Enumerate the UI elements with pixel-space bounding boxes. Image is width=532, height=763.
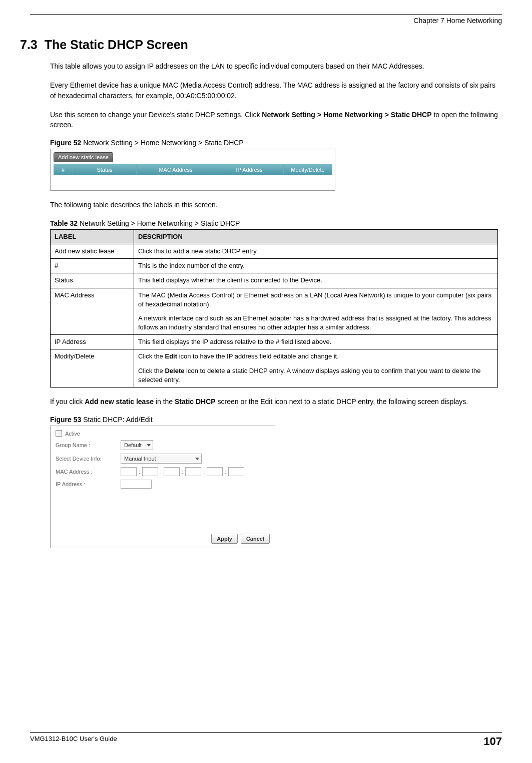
paragraph-1: This table allows you to assign IP addre… (50, 61, 502, 71)
row-label: IP Address (51, 335, 134, 349)
mac-address-row: MAC Address : : : : : : (56, 467, 270, 476)
paragraph-5: If you click Add new static lease in the… (50, 397, 502, 407)
row-desc-p2: Click the Delete icon to delete a static… (138, 366, 493, 385)
paragraph-4: The following table describes the labels… (50, 200, 502, 210)
section-title: 7.3 The Static DHCP Screen (20, 38, 502, 52)
mac-address-inputs: : : : : : (121, 467, 244, 476)
row-label: Status (51, 273, 134, 288)
row-desc-p2: A network interface card such as an Ethe… (138, 314, 493, 332)
group-name-row: Group Name : Default (56, 440, 270, 450)
p3-a: Use this screen to change your Device's … (50, 111, 262, 119)
row-desc: This is the index number of the entry. (134, 259, 498, 273)
col-num: # (54, 164, 73, 175)
table-32-label-bold: Table 32 (50, 219, 78, 227)
ip-address-label: IP Address : (56, 481, 121, 487)
mac-octet-1[interactable] (121, 467, 137, 476)
col-mac: MAC Address (137, 164, 215, 175)
mac-address-label: MAC Address : (56, 469, 121, 475)
txt: Click the (138, 367, 165, 374)
chevron-down-icon (195, 458, 199, 460)
paragraph-3: Use this screen to change your Device's … (50, 110, 502, 130)
delete-bold: Delete (165, 367, 184, 374)
table-32: LABEL DESCRIPTION Add new static lease C… (50, 229, 498, 388)
row-label: Modify/Delete (51, 349, 134, 388)
row-desc: This field displays whether the client i… (134, 273, 498, 288)
chapter-header: Chapter 7 Home Networking (35, 17, 502, 25)
active-row: Active (56, 430, 270, 437)
select-device-select[interactable]: Manual Input (121, 454, 202, 464)
apply-button[interactable]: Apply (211, 534, 238, 544)
txt: icon to have the IP address field editab… (177, 352, 339, 360)
row-desc: This field displays the IP address relat… (134, 335, 498, 349)
p5d: Static DHCP (175, 398, 216, 406)
head-desc: DESCRIPTION (134, 229, 498, 244)
figure-52-label-bold: Figure 52 (50, 139, 81, 147)
p3-bold-path: Network Setting > Home Networking > Stat… (262, 111, 431, 119)
section-title-text: The Static DHCP Screen (45, 38, 188, 52)
section-number: 7.3 (20, 38, 38, 52)
row-desc: Click the Edit icon to have the IP addre… (134, 349, 498, 388)
figure-53-label-bold: Figure 53 (50, 416, 81, 424)
active-label: Active (65, 431, 80, 437)
txt: Click the (138, 352, 165, 360)
table-head-row: LABEL DESCRIPTION (51, 229, 498, 244)
group-name-value: Default (124, 442, 142, 448)
p5c: in the (154, 398, 175, 406)
col-ip: IP Address (215, 164, 284, 175)
row-desc: The MAC (Media Access Control) or Ethern… (134, 288, 498, 335)
row-desc-p1: Click the Edit icon to have the IP addre… (138, 352, 493, 361)
select-device-value: Manual Input (124, 456, 156, 462)
table-row: Modify/Delete Click the Edit icon to hav… (51, 349, 498, 388)
mac-octet-5[interactable] (207, 467, 223, 476)
row-label: Add new static lease (51, 244, 134, 258)
row-label: # (51, 259, 134, 273)
footer-page-number: 107 (483, 735, 502, 748)
table-32-label-rest: Network Setting > Home Networking > Stat… (78, 219, 240, 227)
figure-52-panel: Add new static lease # Status MAC Addres… (50, 149, 335, 191)
col-status: Status (73, 164, 137, 175)
mac-octet-6[interactable] (228, 467, 244, 476)
head-label: LABEL (51, 229, 134, 244)
select-device-row: Select Device Info: Manual Input (56, 454, 270, 464)
table-row: Add new static lease Click this to add a… (51, 244, 498, 258)
p5a: If you click (50, 398, 85, 406)
row-desc-p1: The MAC (Media Access Control) or Ethern… (138, 291, 493, 309)
figure-52-label-rest: Network Setting > Home Networking > Stat… (81, 139, 243, 147)
ip-address-input[interactable] (121, 480, 152, 489)
figure-53-label-rest: Static DHCP: Add/Edit (81, 416, 152, 424)
page-footer: VMG1312-B10C User's Guide 107 (30, 732, 502, 748)
txt: icon to delete a static DHCP entry. A wi… (138, 367, 481, 384)
select-device-label: Select Device Info: (56, 456, 121, 462)
cancel-button[interactable]: Cancel (241, 534, 270, 544)
ip-address-row: IP Address : (56, 480, 270, 489)
paragraph-2: Every Ethernet device has a unique MAC (… (50, 80, 502, 101)
row-label: MAC Address (51, 288, 134, 335)
figure-53-label: Figure 53 Static DHCP: Add/Edit (50, 416, 502, 424)
static-dhcp-header-row: # Status MAC Address IP Address Modify/D… (54, 164, 332, 175)
group-name-select[interactable]: Default (121, 440, 153, 450)
edit-bold: Edit (165, 352, 177, 360)
mac-octet-4[interactable] (185, 467, 201, 476)
table-row: MAC Address The MAC (Media Access Contro… (51, 288, 498, 335)
chevron-down-icon (147, 444, 151, 447)
active-checkbox[interactable] (56, 430, 62, 437)
top-rule (30, 14, 502, 15)
footer-guide: VMG1312-B10C User's Guide (30, 735, 117, 748)
row-desc: Click this to add a new static DHCP entr… (134, 244, 498, 258)
add-static-lease-button[interactable]: Add new static lease (54, 152, 113, 162)
table-row: Status This field displays whether the c… (51, 273, 498, 288)
table-row: IP Address This field displays the IP ad… (51, 335, 498, 349)
mac-octet-3[interactable] (164, 467, 180, 476)
table-32-label: Table 32 Network Setting > Home Networki… (50, 219, 502, 227)
mac-octet-2[interactable] (142, 467, 158, 476)
group-name-label: Group Name : (56, 442, 121, 448)
form-buttons: Apply Cancel (56, 534, 270, 544)
p5b: Add new static lease (85, 398, 154, 406)
figure-52-label: Figure 52 Network Setting > Home Network… (50, 139, 502, 147)
col-modify: Modify/Delete (284, 164, 332, 175)
table-row: # This is the index number of the entry. (51, 259, 498, 273)
p5e: screen or the Edit icon next to a static… (216, 398, 468, 406)
figure-53-panel: Active Group Name : Default Select Devic… (50, 426, 275, 548)
